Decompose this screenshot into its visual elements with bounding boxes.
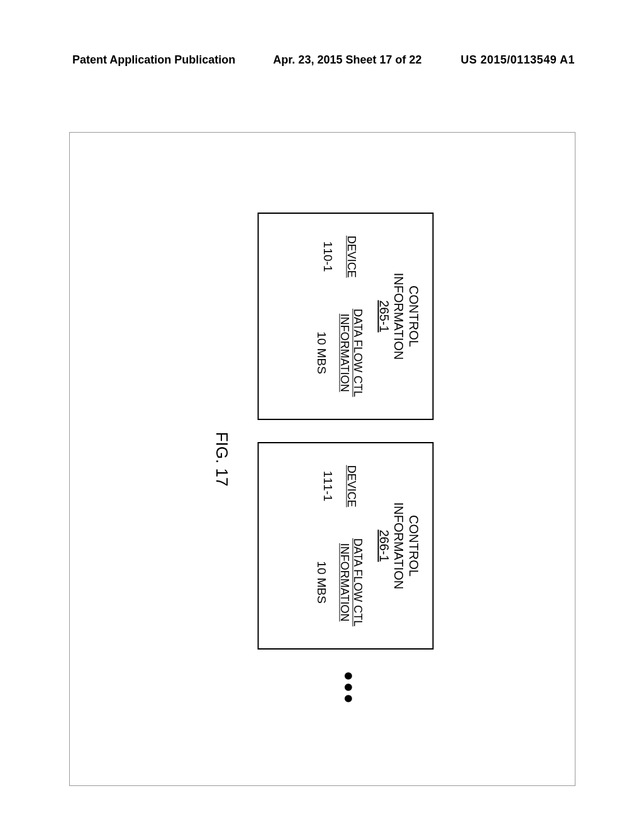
title-line1: CONTROL (406, 285, 420, 347)
boxes-row: CONTROL INFORMATION 265-1 DEVICE 110-1 D… (257, 213, 433, 706)
dataflow-header-line1: DATA FLOW CTL (351, 538, 364, 626)
box-ref: 265-1 (376, 300, 391, 332)
control-info-box-2: CONTROL INFORMATION 266-1 DEVICE 111-1 D… (257, 442, 433, 650)
dataflow-header-line2: INFORMATION (338, 543, 350, 622)
box-ref: 266-1 (376, 529, 391, 562)
dataflow-value: 10 MBS (314, 561, 328, 604)
device-col: DEVICE 111-1 (314, 465, 364, 507)
title-line2: INFORMATION (391, 273, 405, 360)
dataflow-header-line1: DATA FLOW CTL (351, 309, 364, 397)
publication-label: Patent Application Publication (72, 53, 235, 67)
box-columns: DEVICE 111-1 DATA FLOW CTL INFORMATION 1… (314, 450, 364, 642)
dataflow-header: DATA FLOW CTL INFORMATION (338, 538, 364, 626)
device-value: 111-1 (320, 471, 334, 502)
diagram: CONTROL INFORMATION 265-1 DEVICE 110-1 D… (211, 160, 433, 758)
dataflow-col: DATA FLOW CTL INFORMATION 10 MBS (314, 309, 364, 397)
device-value: 110-1 (320, 241, 334, 272)
patent-number: US 2015/0113549 A1 (461, 53, 575, 67)
device-header: DEVICE (344, 236, 357, 278)
figure-label: FIG. 17 (211, 432, 231, 487)
dataflow-value: 10 MBS (314, 331, 328, 374)
control-info-box-1: CONTROL INFORMATION 265-1 DEVICE 110-1 D… (257, 213, 433, 420)
page-header: Patent Application Publication Apr. 23, … (0, 53, 644, 67)
title-line1: CONTROL (406, 515, 420, 577)
dataflow-header: DATA FLOW CTL INFORMATION (338, 309, 364, 397)
box-title: CONTROL INFORMATION (391, 502, 421, 590)
dataflow-header-line2: INFORMATION (338, 314, 350, 392)
box-columns: DEVICE 110-1 DATA FLOW CTL INFORMATION 1… (314, 220, 364, 412)
device-header: DEVICE (344, 465, 357, 507)
title-line2: INFORMATION (391, 502, 405, 590)
sheet-label: Apr. 23, 2015 Sheet 17 of 22 (273, 53, 421, 67)
box-title: CONTROL INFORMATION (391, 273, 421, 360)
content-frame: CONTROL INFORMATION 265-1 DEVICE 110-1 D… (69, 132, 575, 786)
header-left: Patent Application Publication Apr. 23, … (72, 53, 422, 67)
device-col: DEVICE 110-1 (314, 236, 364, 278)
ellipsis-icon: ••• (329, 672, 362, 706)
dataflow-col: DATA FLOW CTL INFORMATION 10 MBS (314, 538, 364, 626)
